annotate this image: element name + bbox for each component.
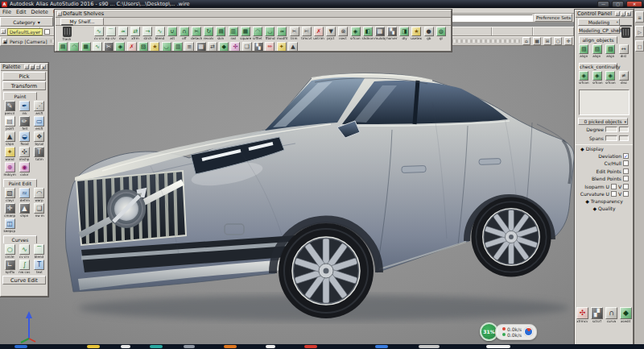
palette-tool[interactable]: ✛ cmanp: [2, 203, 17, 218]
control-panel-titlebar[interactable]: Control Panel ▫ △ ↻: [576, 10, 633, 18]
shelf-tool[interactable]: ● gb: [423, 27, 435, 43]
shelf-trash[interactable]: Trash: [59, 27, 75, 41]
shelf-tool[interactable]: ▤: [58, 42, 68, 52]
palette-tool[interactable]: ▭ ersft: [32, 116, 47, 131]
palette-tool[interactable]: ✣ imshp: [17, 147, 31, 162]
palette-window-icon[interactable]: ✕: [41, 64, 46, 69]
cp-shelf-dropdown[interactable]: Modeling_CP_shelf *: [578, 27, 620, 34]
control-panel-window[interactable]: Control Panel ▫ △ ↻ Modeling * Modeling_…: [575, 10, 634, 345]
palette-tool[interactable]: T txtm: [32, 147, 47, 162]
shelf-tool[interactable]: ▥ rail: [227, 27, 239, 43]
shelf-tool[interactable]: ⊗ isect: [337, 27, 349, 43]
category-dropdown[interactable]: Category ▾: [0, 17, 53, 27]
minimize-button[interactable]: —: [597, 1, 609, 7]
parameter-field[interactable]: [619, 135, 629, 141]
shelf-tool[interactable]: ∪ att: [166, 27, 178, 43]
option-checkbox[interactable]: ✓: [623, 153, 629, 159]
close-button[interactable]: ✕: [626, 1, 642, 7]
taskbar-app[interactable]: [150, 345, 163, 348]
palette-tool[interactable]: ⊕ mdsym: [2, 162, 17, 177]
check-continuity-tab[interactable]: check_continuity: [579, 63, 617, 70]
shelves-titlebar[interactable]: ▫ Default Shelves: [56, 10, 451, 18]
cp-tool[interactable]: ▞ sctsrf: [590, 307, 604, 326]
cp-tool[interactable]: ◈ srfcon: [577, 71, 591, 87]
shelf-tool[interactable]: ≡: [184, 42, 194, 52]
palette-tool[interactable]: ∫ nw cos: [17, 260, 31, 275]
shelf-tool[interactable]: ∿: [93, 42, 102, 52]
shelf-tool[interactable]: ◠ srfflet: [251, 27, 263, 43]
picked-objects-dropdown[interactable]: 0 picked objects ▾: [578, 118, 628, 125]
cp-tool[interactable]: ↔ dist: [617, 44, 631, 60]
shelf-tool[interactable]: ◡ ffblnd: [264, 27, 276, 43]
palette-tool[interactable]: ✎ pencil: [2, 101, 17, 116]
display-bullet-row[interactable]: ◆ Quality: [576, 206, 633, 213]
palette-tool[interactable]: ✏ felt: [17, 116, 31, 131]
cp-tool[interactable]: ◆ xsedit: [619, 307, 633, 326]
car-3d-model[interactable]: [53, 53, 586, 337]
shelves-menu-icon[interactable]: ▫: [57, 11, 62, 16]
option-checkbox[interactable]: [623, 168, 629, 174]
palette-tool[interactable]: ▧ clayr: [2, 188, 17, 203]
palette-window-icon[interactable]: ▫: [24, 64, 29, 69]
view-toggle-button[interactable]: ⊞: [543, 37, 551, 45]
menu-item[interactable]: Edit: [16, 9, 27, 15]
control-panel-window-icon[interactable]: △: [621, 11, 625, 16]
parameter-field[interactable]: [605, 127, 617, 132]
menu-item[interactable]: Delete: [31, 9, 47, 15]
cp-tool[interactable]: ◈ srfcon: [604, 71, 617, 87]
shelf-tool[interactable]: ◆: [219, 42, 229, 52]
shelf-tool[interactable]: ✂ trim: [288, 27, 300, 43]
palette-tool[interactable]: ❖ bysol: [32, 131, 47, 147]
shelf-tool[interactable]: ✦: [277, 42, 287, 52]
palette-tab-paint-edit[interactable]: Paint Edit: [3, 179, 37, 187]
cp-tool[interactable]: ◈ srfcon: [591, 71, 605, 87]
shelf-tool[interactable]: ▚ horver: [386, 27, 398, 43]
view-toggle-button[interactable]: ○: [554, 37, 562, 45]
shelf-tool[interactable]: ✂ detach: [191, 27, 203, 43]
taskbar-app[interactable]: [184, 345, 195, 348]
side-tab[interactable]: ≡: [635, 11, 644, 23]
view-toggle-button[interactable]: ✛: [564, 37, 572, 45]
palette-tool[interactable]: ⌒ blend: [32, 244, 47, 260]
palette-tool[interactable]: ∿ cv crv: [17, 244, 31, 260]
taskbar-app[interactable]: [304, 345, 317, 348]
maximize-button[interactable]: ▢: [612, 1, 624, 7]
align-objects-tab[interactable]: align_objects: [579, 36, 617, 44]
option-checkbox[interactable]: [611, 191, 617, 197]
shelf-tool[interactable]: ◠: [69, 42, 79, 52]
shelf-tool[interactable]: ▤ skin: [215, 27, 227, 43]
shelf-tool[interactable]: ▧: [138, 42, 148, 52]
shelf-tool[interactable]: ∿ blend: [154, 27, 166, 43]
shelf-tool[interactable]: ✄ trmcvt: [300, 27, 312, 43]
shelf-tool[interactable]: ⌒ ep crv: [105, 27, 117, 43]
shelf-tool[interactable]: ◡: [162, 42, 171, 52]
palette-tool[interactable]: ✦ wand: [2, 147, 17, 162]
shelf-tool[interactable]: ▲: [288, 42, 298, 52]
parameter-field[interactable]: [605, 135, 617, 141]
cp-trash-icon[interactable]: [621, 27, 630, 38]
shelf-tool[interactable]: ❏: [242, 42, 252, 52]
taskbar-app[interactable]: [224, 345, 237, 348]
taskbar-app[interactable]: [419, 345, 440, 348]
shelf-tool[interactable]: ▦ square: [239, 27, 251, 43]
preset-dropdown[interactable]: Modeling *: [578, 19, 620, 26]
palette-tool[interactable]: ○ circle: [2, 244, 17, 260]
shelf-tool[interactable]: ▦: [81, 42, 91, 52]
shelf-tool[interactable]: ◍ gl: [435, 27, 447, 43]
display-section-header[interactable]: ◆ Display: [576, 144, 633, 152]
shelf-tool[interactable]: ★ usetex: [411, 27, 423, 43]
shelf-tool[interactable]: ↻ revolv: [203, 27, 215, 43]
cp-tool[interactable]: ▧ align: [591, 44, 605, 60]
menu-item[interactable]: File: [2, 9, 11, 15]
shelf-tool[interactable]: ◈: [115, 42, 125, 52]
side-tab[interactable]: □: [635, 40, 644, 52]
side-tab[interactable]: ▷: [635, 26, 644, 37]
taskbar-app[interactable]: [375, 345, 388, 348]
shelf-tool[interactable]: ✗ untrim: [312, 27, 324, 43]
display-bullet-row[interactable]: ◆ Transparency: [576, 198, 633, 206]
palette-tool[interactable]: ◉ color: [17, 162, 31, 177]
palette-tool[interactable]: ◠ warp: [32, 188, 47, 203]
option-checkbox[interactable]: [623, 160, 629, 166]
palette-tool[interactable]: ≈ defrm: [17, 188, 31, 203]
windows-taskbar[interactable]: [0, 344, 644, 349]
